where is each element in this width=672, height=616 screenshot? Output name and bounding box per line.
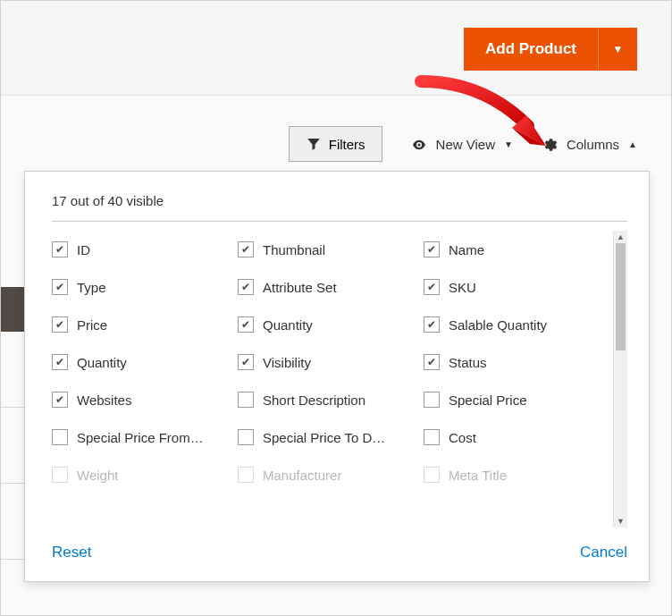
- column-toggle[interactable]: ✔Name: [424, 231, 606, 268]
- page-header: Add Product ▼: [1, 1, 671, 96]
- divider: [52, 221, 627, 222]
- column-toggle[interactable]: ✔Websites: [52, 381, 234, 418]
- column-label: Visibility: [263, 355, 311, 370]
- column-toggle[interactable]: Special Price From…: [52, 418, 234, 456]
- view-switcher[interactable]: New View ▼: [411, 136, 513, 152]
- checkbox-icon[interactable]: [424, 467, 440, 483]
- columns-scroll-area: ✔ID✔Thumbnail✔Name✔Type✔Attribute Set✔SK…: [52, 231, 627, 527]
- column-label: Salable Quantity: [449, 317, 547, 333]
- column-label: Attribute Set: [263, 280, 337, 295]
- column-label: Special Price: [449, 392, 527, 408]
- column-toggle[interactable]: ✔ID: [52, 231, 234, 268]
- column-toggle[interactable]: ✔Salable Quantity: [424, 306, 606, 343]
- checkbox-icon[interactable]: [238, 429, 254, 445]
- filters-button[interactable]: Filters: [289, 126, 382, 162]
- columns-label: Columns: [567, 137, 619, 152]
- checkbox-icon[interactable]: ✔: [52, 316, 68, 333]
- scroll-up-icon[interactable]: ▲: [614, 231, 627, 243]
- caret-up-icon: ▲: [628, 139, 637, 149]
- column-toggle[interactable]: Special Price To D…: [238, 418, 420, 456]
- column-toggle[interactable]: ✔Attribute Set: [238, 268, 420, 306]
- gear-icon: [542, 136, 558, 152]
- checkbox-icon[interactable]: [424, 392, 440, 408]
- columns-grid: ✔ID✔Thumbnail✔Name✔Type✔Attribute Set✔SK…: [52, 231, 606, 527]
- add-product-group: Add Product ▼: [464, 28, 637, 71]
- checkbox-icon[interactable]: ✔: [52, 354, 68, 370]
- checkbox-icon[interactable]: ✔: [238, 241, 254, 257]
- scroll-down-icon[interactable]: ▼: [614, 515, 627, 527]
- column-label: Special Price From…: [77, 430, 204, 445]
- cancel-button[interactable]: Cancel: [580, 544, 627, 561]
- column-toggle[interactable]: Manufacturer: [238, 456, 420, 494]
- columns-button[interactable]: Columns ▲: [542, 136, 637, 152]
- funnel-icon: [306, 136, 322, 152]
- column-label: Short Description: [263, 392, 365, 408]
- checkbox-icon[interactable]: [52, 467, 68, 483]
- column-toggle[interactable]: ✔SKU: [424, 268, 606, 306]
- column-toggle[interactable]: ✔Price: [52, 306, 234, 343]
- checkbox-icon[interactable]: ✔: [238, 354, 254, 370]
- svg-point-0: [417, 144, 420, 147]
- column-label: Weight: [77, 468, 118, 483]
- column-label: SKU: [449, 280, 476, 295]
- caret-down-icon: ▼: [504, 139, 513, 149]
- column-label: ID: [77, 242, 90, 257]
- eye-icon: [411, 136, 427, 152]
- add-product-dropdown-toggle[interactable]: ▼: [598, 28, 637, 71]
- view-label: New View: [436, 137, 495, 152]
- column-toggle[interactable]: ✔Quantity: [52, 343, 234, 381]
- column-toggle[interactable]: Weight: [52, 456, 234, 494]
- column-label: Type: [77, 280, 106, 295]
- column-label: Status: [449, 355, 487, 370]
- column-label: Quantity: [263, 317, 313, 333]
- checkbox-icon[interactable]: ✔: [52, 241, 68, 257]
- checkbox-icon[interactable]: ✔: [238, 279, 254, 295]
- column-toggle[interactable]: Cost: [424, 418, 606, 456]
- checkbox-icon[interactable]: ✔: [52, 392, 68, 408]
- column-label: Thumbnail: [263, 242, 325, 257]
- column-label: Websites: [77, 392, 131, 408]
- columns-dropdown-panel: 17 out of 40 visible ✔ID✔Thumbnail✔Name✔…: [24, 171, 650, 582]
- add-product-button[interactable]: Add Product: [464, 28, 598, 71]
- checkbox-icon[interactable]: ✔: [424, 354, 440, 370]
- columns-panel-footer: Reset Cancel: [52, 527, 627, 565]
- column-label: Price: [77, 317, 107, 333]
- column-label: Name: [449, 242, 484, 257]
- column-toggle[interactable]: ✔Quantity: [238, 306, 420, 343]
- checkbox-icon[interactable]: ✔: [238, 316, 254, 333]
- column-label: Manufacturer: [263, 468, 341, 483]
- column-label: Meta Title: [449, 468, 507, 483]
- column-toggle[interactable]: Short Description: [238, 381, 420, 418]
- column-toggle[interactable]: ✔Thumbnail: [238, 231, 420, 268]
- checkbox-icon[interactable]: ✔: [424, 279, 440, 295]
- checkbox-icon[interactable]: [238, 467, 254, 483]
- reset-button[interactable]: Reset: [52, 544, 91, 561]
- column-toggle[interactable]: Meta Title: [424, 456, 606, 494]
- caret-down-icon: ▼: [613, 43, 624, 55]
- column-label: Quantity: [77, 355, 127, 370]
- checkbox-icon[interactable]: [424, 429, 440, 445]
- checkbox-icon[interactable]: ✔: [424, 316, 440, 333]
- columns-visible-summary: 17 out of 40 visible: [52, 193, 627, 208]
- filters-label: Filters: [329, 137, 365, 152]
- checkbox-icon[interactable]: [52, 429, 68, 445]
- scroll-thumb[interactable]: [616, 243, 626, 350]
- grid-toolbar: Filters New View ▼ Columns ▲: [289, 126, 637, 162]
- column-toggle[interactable]: Special Price: [424, 381, 606, 418]
- scrollbar[interactable]: ▲ ▼: [613, 231, 627, 527]
- column-toggle[interactable]: ✔Status: [424, 343, 606, 381]
- column-toggle[interactable]: ✔Type: [52, 268, 234, 306]
- column-toggle[interactable]: ✔Visibility: [238, 343, 420, 381]
- checkbox-icon[interactable]: [238, 392, 254, 408]
- checkbox-icon[interactable]: ✔: [424, 241, 440, 257]
- checkbox-icon[interactable]: ✔: [52, 279, 68, 295]
- column-label: Special Price To D…: [263, 430, 385, 445]
- column-label: Cost: [449, 430, 476, 445]
